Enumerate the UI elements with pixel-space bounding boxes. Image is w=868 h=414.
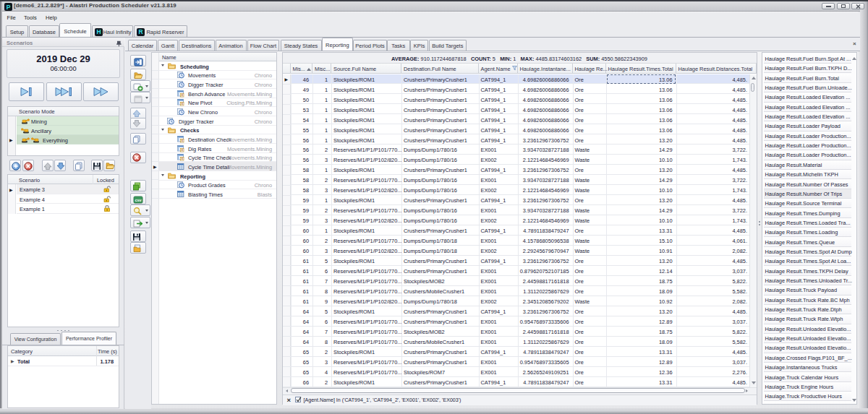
svg-text:x: x	[181, 148, 183, 152]
svg-text:x: x	[181, 139, 183, 142]
svg-text:csv: csv	[135, 198, 142, 202]
svg-text:x: x	[181, 103, 183, 106]
svg-text:x: x	[181, 93, 183, 97]
svg-text:x: x	[181, 157, 183, 160]
